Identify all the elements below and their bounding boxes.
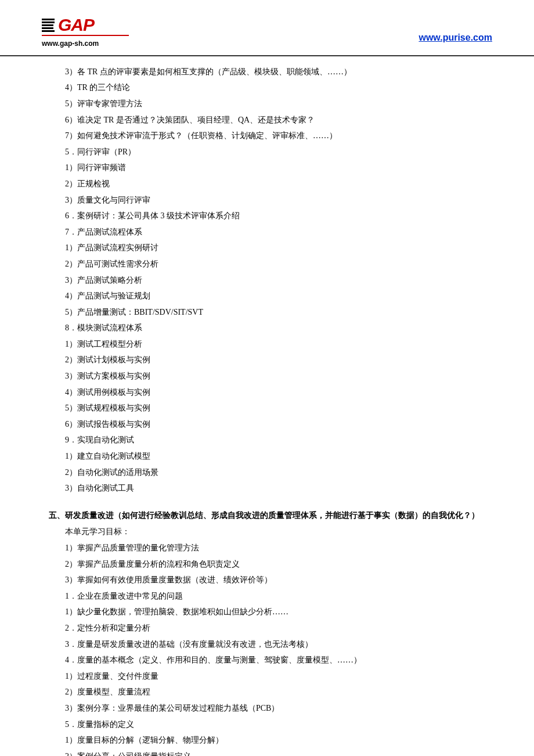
body-line: 2．定性分析和定量分析 xyxy=(49,621,485,636)
body-line: 1）测试工程模型分析 xyxy=(49,337,485,352)
logo-row: GAP xyxy=(42,16,129,34)
body-line: 4．度量的基本概念（定义、作用和目的、度量与测量、驾驶窗、度量模型、……） xyxy=(49,653,485,668)
body-line: 3）产品测试策略分析 xyxy=(49,273,485,289)
body-line: 4）测试用例模板与实例 xyxy=(49,385,485,401)
section-block-1: 3）各 TR 点的评审要素是如何相互支撑的（产品级、模块级、职能领域、……） 4… xyxy=(49,64,485,496)
body-line: 1）度量目标的分解（逻辑分解、物理分解） xyxy=(49,733,485,748)
body-line: 3）各 TR 点的评审要素是如何相互支撑的（产品级、模块级、职能领域、……） xyxy=(49,64,485,80)
body-line: 2）自动化测试的适用场景 xyxy=(49,465,485,481)
body-line: 5）产品增量测试：BBIT/SDV/SIT/SVT xyxy=(49,305,485,321)
body-line: 3．度量是研发质量改进的基础（没有度量就没有改进，也无法考核） xyxy=(49,637,485,653)
section-heading: 五、研发质量改进（如何进行经验教训总结、形成自我改进的质量管理体系，并能进行基于… xyxy=(49,508,485,524)
body-line: 3）案例分享：业界最佳的某公司研发过程能力基线（PCB） xyxy=(49,701,485,717)
logo-text: GAP xyxy=(58,16,94,34)
body-line: 6．案例研讨：某公司具体 3 级技术评审体系介绍 xyxy=(49,208,485,224)
body-line: 6）谁决定 TR 是否通过？决策团队、项目经理、QA、还是技术专家？ xyxy=(49,113,485,128)
logo-url: www.gap-sh.com xyxy=(42,37,129,51)
body-line: 5．同行评审（PR） xyxy=(49,145,485,160)
body-line: 4）产品测试与验证规划 xyxy=(49,289,485,304)
header-link[interactable]: www.purise.com xyxy=(418,29,492,50)
body-line: 3）质量文化与同行评审 xyxy=(49,193,485,208)
logo-bars-icon xyxy=(42,19,55,32)
body-line: 2）产品可测试性需求分析 xyxy=(49,257,485,272)
body-line: 5．度量指标的定义 xyxy=(49,717,485,733)
body-line: 5）评审专家管理方法 xyxy=(49,96,485,112)
body-line: 2）测试计划模板与实例 xyxy=(49,352,485,368)
body-line: 3）测试方案模板与实例 xyxy=(49,369,485,384)
body-line: 1）建立自动化测试模型 xyxy=(49,449,485,465)
body-line: 1）产品测试流程实例研讨 xyxy=(49,240,485,256)
body-line: 1．企业在质量改进中常见的问题 xyxy=(49,589,485,604)
body-line: 1）同行评审频谱 xyxy=(49,160,485,176)
body-line: 本单元学习目标： xyxy=(49,524,485,540)
body-line: 7）如何避免技术评审流于形式？（任职资格、计划确定、评审标准、……） xyxy=(49,128,485,144)
body-line: 6）测试报告模板与实例 xyxy=(49,417,485,433)
body-line: 2）度量模型、度量流程 xyxy=(49,685,485,700)
page-header: GAP www.gap-sh.com www.purise.com xyxy=(0,0,534,56)
body-line: 8．模块测试流程体系 xyxy=(49,321,485,336)
body-line: 7．产品测试流程体系 xyxy=(49,225,485,240)
logo-divider xyxy=(42,35,129,36)
body-line: 1）掌握产品质量管理的量化管理方法 xyxy=(49,541,485,556)
body-line: 9．实现自动化测试 xyxy=(49,433,485,448)
body-line: 1）过程度量、交付件度量 xyxy=(49,669,485,685)
body-line: 3）掌握如何有效使用质量度量数据（改进、绩效评价等） xyxy=(49,573,485,588)
logo-block: GAP www.gap-sh.com xyxy=(42,16,129,51)
body-line: 3）自动化测试工具 xyxy=(49,481,485,496)
document-body: 3）各 TR 点的评审要素是如何相互支撑的（产品级、模块级、职能领域、……） 4… xyxy=(0,64,534,756)
body-line: 2）案例分享：公司级度量指标定义 xyxy=(49,749,485,756)
body-line: 4）TR 的三个结论 xyxy=(49,80,485,96)
body-line: 2）正规检视 xyxy=(49,177,485,192)
body-line: 2）掌握产品质量度量分析的流程和角色职责定义 xyxy=(49,557,485,573)
body-line: 1）缺少量化数据，管理拍脑袋、数据堆积如山但缺少分析…… xyxy=(49,604,485,620)
section-block-2: 本单元学习目标： 1）掌握产品质量管理的量化管理方法 2）掌握产品质量度量分析的… xyxy=(49,524,485,756)
body-line: 5）测试规程模板与实例 xyxy=(49,401,485,416)
